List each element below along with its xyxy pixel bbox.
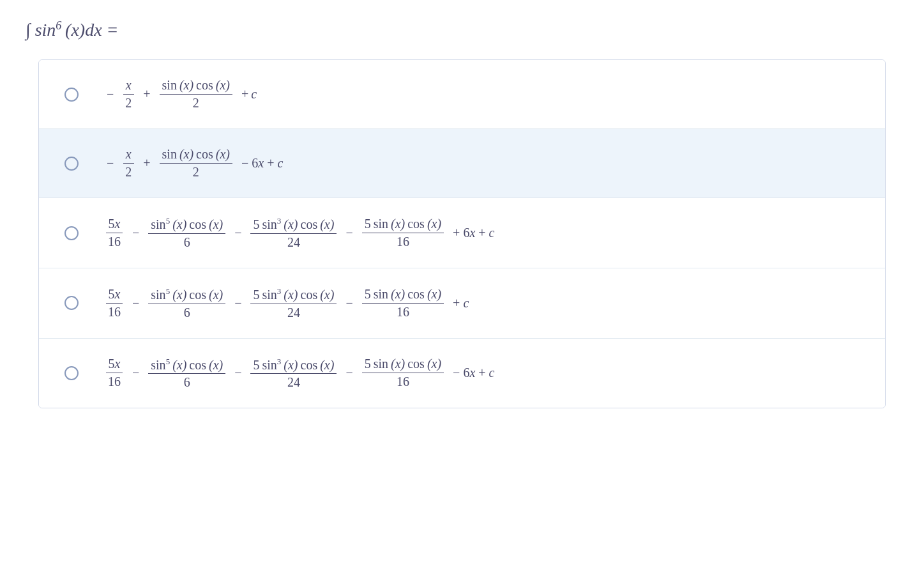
problem-header: ∫ sin6 (x)dx = [26,19,898,40]
math-expression-3: 5x 16 − sin5 (x) cos (x) 6 − 5 sin3 (x) … [104,216,497,250]
option-row-1[interactable]: − x 2 + sin (x) cos (x) 2 + c [39,60,885,129]
radio-5[interactable] [64,366,79,380]
math-expression-2: − x 2 + sin (x) cos (x) 2 − 6x + c [104,147,285,180]
radio-1[interactable] [64,88,79,102]
radio-4[interactable] [64,296,79,310]
option-row-5[interactable]: 5x 16 − sin5 (x) cos (x) 6 − 5 sin3 (x) … [39,339,885,408]
options-container: − x 2 + sin (x) cos (x) 2 + c − x 2 + si… [38,59,886,408]
math-expression-4: 5x 16 − sin5 (x) cos (x) 6 − 5 sin3 (x) … [104,286,471,320]
math-expression-1: − x 2 + sin (x) cos (x) 2 + c [104,78,259,111]
radio-2[interactable] [64,157,79,171]
option-row-3[interactable]: 5x 16 − sin5 (x) cos (x) 6 − 5 sin3 (x) … [39,198,885,268]
option-row-2[interactable]: − x 2 + sin (x) cos (x) 2 − 6x + c [39,129,885,198]
radio-3[interactable] [64,226,79,240]
option-row-4[interactable]: 5x 16 − sin5 (x) cos (x) 6 − 5 sin3 (x) … [39,268,885,339]
math-expression-5: 5x 16 − sin5 (x) cos (x) 6 − 5 sin3 (x) … [104,357,497,390]
